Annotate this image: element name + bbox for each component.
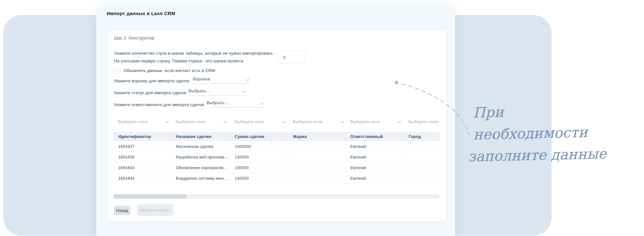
field-select-placeholder: Выберите поле (234, 119, 264, 124)
status-select[interactable]: Выбрать... (188, 88, 247, 95)
column-header: Маржа (288, 132, 346, 141)
table-row: 1691637 Магическая сделка 1000000 Евгени… (113, 141, 440, 152)
cell-responsible: Евгений (346, 141, 404, 152)
status-select-value: Выбрать... (188, 88, 210, 93)
table-row: 1691644 Внедрение системы мон... 145000 … (113, 173, 440, 184)
cell-amount: 1000000 (230, 141, 288, 152)
instruction-line-2: Не учитывая первую строку. Первая строка… (114, 57, 273, 65)
chevron-down-icon (242, 90, 246, 93)
cell-id: 1691639 (113, 152, 171, 162)
table-row: 1691643 Обновление корпоратив... 100000 … (113, 162, 440, 173)
field-select-2[interactable]: Выберите поле (171, 118, 230, 126)
chevron-down-icon (398, 120, 402, 123)
header-rows-count-input[interactable] (277, 51, 305, 64)
field-mapping-row: Выберите поле Выберите поле Выберите пол… (113, 118, 440, 126)
update-existing-checkbox[interactable] (113, 67, 119, 74)
annotation-line-1: При необходимости (473, 99, 622, 146)
column-header: Название сделки (171, 132, 230, 141)
import-button[interactable]: Импортировать (137, 204, 174, 216)
field-select-placeholder: Выберите поле (118, 119, 148, 124)
field-select-6[interactable]: Выберите поле (404, 118, 440, 126)
status-select-label: Укажите статус для импорта сделок (114, 90, 186, 95)
cell-responsible: Евгений (346, 173, 404, 184)
cell-city (404, 141, 440, 152)
cell-amount: 100000 (230, 162, 288, 173)
cell-margin (288, 162, 346, 173)
cell-amount: 130000 (230, 152, 288, 162)
import-modal: Импорт данных в Laxo CRM Шаг 2: Конструк… (96, 3, 455, 236)
field-select-placeholder: Выберите поле (408, 119, 438, 124)
update-existing-row: Обновлять данные, если контакт есть в CR… (113, 67, 215, 74)
chevron-down-icon (166, 120, 169, 123)
cell-deal-name: Обновление корпоратив... (171, 162, 230, 173)
cell-city (404, 162, 440, 173)
field-select-3[interactable]: Выберите поле (230, 118, 288, 126)
table-row: 1691639 Разработка веб-приложе... 130000… (113, 152, 440, 162)
funnel-select[interactable]: Воронка (193, 77, 251, 84)
field-select-placeholder: Выберите поле (350, 119, 380, 124)
cell-margin (288, 152, 346, 162)
responsible-select-label: Укажите ответственного для импорта сдело… (114, 102, 204, 107)
cell-id: 1691644 (113, 173, 171, 184)
column-header: Идентификатор (113, 132, 171, 141)
table-body: 1691637 Магическая сделка 1000000 Евгени… (113, 141, 440, 184)
field-select-1[interactable]: Выберите поле (113, 118, 171, 126)
responsible-select-value: Выбрать... (207, 100, 228, 105)
back-button[interactable]: Назад (114, 206, 130, 215)
annotation-line-2: заполните данные (468, 142, 623, 168)
modal-title: Импорт данных в Laxo CRM (107, 11, 175, 16)
funnel-select-value: Воронка (193, 77, 210, 81)
table-header-row: Идентификатор Название сделки Сумма сдел… (113, 132, 440, 141)
chevron-down-icon (341, 120, 344, 123)
chevron-down-icon (246, 78, 250, 81)
field-select-5[interactable]: Выберите поле (346, 118, 404, 126)
cell-id: 1691643 (113, 162, 171, 173)
cell-deal-name: Магическая сделка (171, 141, 230, 152)
cell-city (404, 152, 440, 162)
column-header: Сумма сделки (230, 132, 288, 141)
field-select-placeholder: Выберите поле (293, 119, 323, 124)
constructor-card: Шаг 2: Конструктор Укажите количество ст… (107, 30, 447, 222)
cell-id: 1691637 (113, 141, 171, 152)
scrollbar-thumb[interactable] (113, 194, 187, 199)
cell-deal-name: Разработка веб-приложе... (171, 152, 230, 162)
column-header: Город (404, 132, 440, 141)
instruction-line-1: Укажите количество строк в шапке таблицы… (114, 50, 273, 57)
annotation-note: При необходимости заполните данные (467, 99, 623, 168)
column-header: Ответственный (346, 132, 404, 141)
preview-table: Идентификатор Название сделки Сумма сдел… (113, 132, 440, 184)
responsible-select[interactable]: Выбрать... (206, 100, 265, 107)
step-title: Шаг 2: Конструктор (114, 35, 154, 41)
chevron-down-icon (283, 120, 286, 123)
annotation-dot (395, 81, 398, 84)
cell-margin (288, 141, 346, 152)
funnel-select-label: Укажите воронку для импорта сделок (114, 78, 189, 83)
horizontal-scrollbar[interactable] (113, 194, 440, 199)
update-existing-label: Обновлять данные, если контакт есть в CR… (124, 68, 215, 73)
field-select-4[interactable]: Выберите поле (288, 118, 346, 126)
checkmark-icon (115, 69, 118, 71)
cell-deal-name: Внедрение системы мон... (171, 173, 230, 184)
cell-margin (288, 173, 346, 184)
field-select-placeholder: Выберите поле (175, 119, 205, 124)
header-rows-instruction: Укажите количество строк в шапке таблицы… (114, 50, 273, 65)
cell-amount: 145000 (230, 173, 288, 184)
screenshot-stage: Импорт данных в Laxo CRM Шаг 2: Конструк… (0, 0, 644, 236)
cell-city (404, 173, 440, 184)
cell-responsible: Евгений (346, 152, 404, 162)
chevron-down-icon (224, 120, 227, 123)
chevron-down-icon (260, 102, 263, 105)
cell-responsible: Евгений (346, 162, 404, 173)
